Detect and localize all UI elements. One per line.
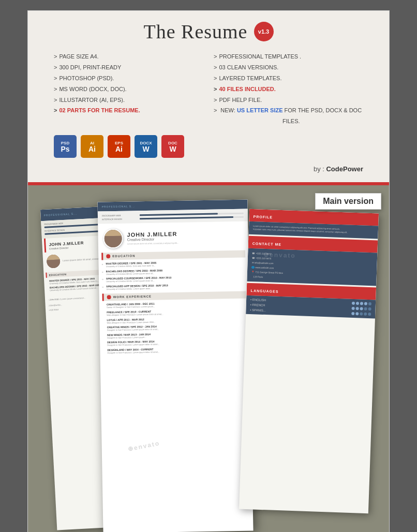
feature-layered: > LAYERED TEMPLATES. — [214, 73, 363, 84]
file-icon-ai: AI Ai — [81, 135, 103, 158]
feature-files: > 40 FILES INCLUDED. — [214, 84, 363, 95]
header-section: The Resume v1.3 > PAGE SIZE A4. > 300 DP… — [28, 11, 389, 182]
arrow-icon: > — [54, 51, 57, 62]
arrow-icon: > — [214, 51, 217, 62]
preview-section: Main version PROFESSIONAL S... PROGRAMER… — [28, 185, 389, 532]
arrow-icon: > — [214, 62, 217, 73]
product-title: The Resume — [143, 20, 247, 43]
byline: by : CodePower — [43, 163, 374, 177]
arrow-icon: > — [214, 95, 217, 106]
feature-parts: > 02 PARTS FOR THE RESUME. — [54, 105, 203, 116]
resume-right: PROFILE Lorem ipsum dolor: sit amet cons… — [239, 209, 379, 513]
features-right-col: > PROFESSIONAL TEMPLATES . > 03 CLEAN VE… — [209, 51, 368, 127]
arrow-icon: > — [214, 73, 217, 84]
file-icon-eps: EPS Ai — [108, 135, 130, 158]
feature-pdf: > PDF HELP FILE. — [214, 95, 363, 106]
file-icon-doc: DOC W — [161, 135, 184, 158]
arrow-icon: > — [54, 73, 57, 84]
feature-word: > MS WORD (DOCX, DOC). — [54, 84, 203, 95]
main-version-badge: Main version — [315, 193, 381, 210]
feature-pro-templates: > PROFESSIONAL TEMPLATES . — [214, 51, 363, 62]
feature-psd: > PHOTOSHOP (PSD). — [54, 73, 203, 84]
feature-dpi: > 300 DPI, PRINT-READY — [54, 62, 203, 73]
feature-new: > NEW: US LETTER SIZE FOR THE PSD, DOCX … — [214, 105, 363, 127]
feature-versions: > 03 CLEAN VERSIONS. — [214, 62, 363, 73]
resume-center: PROFESSIONAL S... PROGRAMER WEB INTERFAC… — [97, 200, 253, 532]
version-badge: v1.3 — [254, 22, 274, 41]
file-icons-row: PSD Ps AI Ai EPS Ai DOCX W DOC W — [43, 132, 374, 163]
title-row: The Resume v1.3 — [43, 20, 374, 43]
arrow-icon: > — [214, 84, 217, 95]
file-icon-docx: DOCX W — [135, 135, 157, 158]
product-card: The Resume v1.3 > PAGE SIZE A4. > 300 DP… — [27, 10, 390, 532]
arrow-icon: > — [214, 105, 217, 116]
arrow-icon: > — [54, 84, 57, 95]
features-left-col: > PAGE SIZE A4. > 300 DPI, PRINT-READY >… — [49, 51, 209, 127]
feature-page-size: > PAGE SIZE A4. — [54, 51, 203, 62]
feature-illustrator: > ILLUSTARTOR (AI, EPS). — [54, 95, 203, 106]
resume-mockup: PROFESSIONAL S... PROGRAMER WEB INTERFAC… — [38, 196, 379, 532]
features-row: > PAGE SIZE A4. > 300 DPI, PRINT-READY >… — [43, 51, 374, 132]
arrow-icon: > — [54, 95, 57, 106]
file-icon-psd: PSD Ps — [54, 135, 77, 158]
arrow-icon: > — [54, 105, 57, 116]
arrow-icon: > — [54, 62, 57, 73]
